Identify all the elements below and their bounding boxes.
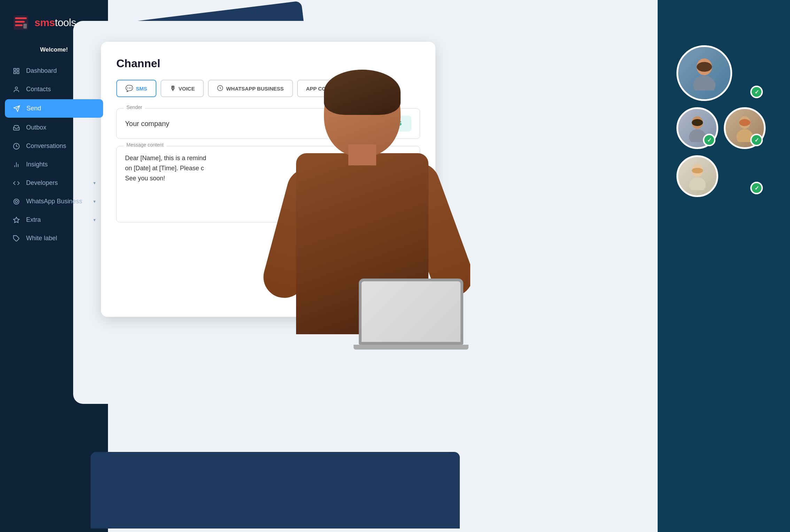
- extra-chevron: ▾: [93, 217, 96, 222]
- whatsapp-nav-icon: [12, 198, 21, 205]
- message-label: Message content: [124, 142, 166, 148]
- sidebar-item-outbox[interactable]: Outbox: [0, 118, 108, 137]
- sidebar-item-whitelabel-label: White label: [26, 235, 57, 242]
- person-hair: [324, 70, 401, 115]
- extra-icon: [12, 217, 21, 224]
- sidebar-item-developers-label: Developers: [26, 179, 58, 187]
- insights-icon: [12, 161, 21, 168]
- svg-point-22: [15, 87, 18, 89]
- avatar-4: [676, 155, 718, 197]
- svg-point-2: [697, 62, 712, 72]
- welcome-text: Welcome!: [0, 44, 108, 62]
- svg-rect-14: [15, 17, 27, 19]
- logo-area: smstools: [0, 14, 108, 44]
- contacts-icon: [12, 86, 21, 93]
- sidebar-item-send[interactable]: Send: [5, 99, 103, 118]
- avatar-4-check: ✓: [750, 182, 763, 194]
- person-illustration: [261, 70, 470, 383]
- svg-point-30: [15, 200, 18, 203]
- sidebar-item-conversations-label: Conversations: [26, 142, 66, 150]
- svg-marker-31: [14, 217, 20, 222]
- sidebar-item-whitelabel[interactable]: White label: [0, 229, 108, 248]
- whatsapp-chevron: ▾: [93, 199, 96, 204]
- avatar-1-check: ✓: [750, 86, 763, 98]
- svg-point-5: [692, 119, 703, 126]
- laptop-body: [359, 279, 463, 345]
- svg-rect-19: [17, 68, 19, 70]
- developers-chevron: ▾: [93, 180, 96, 186]
- avatar-1: [676, 45, 732, 101]
- sidebar-item-contacts-label: Contacts: [26, 86, 51, 93]
- person-neck: [348, 144, 376, 165]
- sidebar-item-whatsapp[interactable]: WhatsApp Business ▾: [0, 192, 108, 211]
- logo-icon: [12, 14, 30, 31]
- sidebar-item-developers[interactable]: Developers ▾: [0, 174, 108, 192]
- avatar-2-check: ✓: [703, 134, 715, 146]
- svg-rect-16: [15, 24, 23, 26]
- sidebar-item-insights[interactable]: Insights: [0, 155, 108, 174]
- check-icon-4: ✓: [752, 183, 761, 193]
- tab-sms[interactable]: 💬 SMS: [116, 80, 156, 97]
- avatar-1-wrapper: ✓: [676, 45, 766, 101]
- svg-rect-20: [14, 71, 16, 73]
- sidebar-item-contacts[interactable]: Contacts: [0, 80, 108, 99]
- dashboard-icon: [12, 68, 21, 75]
- sidebar-item-send-label: Send: [26, 105, 41, 112]
- whatsapp-icon: [217, 85, 223, 92]
- sidebar-item-whatsapp-label: WhatsApp Business: [26, 198, 82, 205]
- sidebar-item-dashboard[interactable]: Dashboard: [0, 62, 108, 80]
- channel-title: Channel: [116, 57, 420, 70]
- check-icon-2: ✓: [704, 135, 714, 145]
- laptop-screen: [362, 281, 460, 342]
- svg-rect-15: [15, 21, 25, 23]
- decorative-blob-bottom: [91, 452, 460, 529]
- logo-text: smstools: [34, 17, 76, 29]
- avatar-4-wrapper: ✓: [676, 155, 766, 197]
- sidebar-item-extra-label: Extra: [26, 216, 41, 224]
- developers-icon: [12, 180, 21, 187]
- sidebar-item-outbox-label: Outbox: [26, 124, 46, 131]
- laptop-base: [354, 345, 468, 350]
- sidebar-item-insights-label: Insights: [26, 161, 48, 168]
- svg-rect-17: [23, 24, 27, 29]
- svg-rect-18: [14, 68, 16, 70]
- avatar-3-wrapper: ✓: [724, 107, 766, 149]
- sender-value: Your company: [125, 120, 169, 128]
- sidebar-nav: smstools Welcome! Dashboard Contacts: [0, 0, 108, 532]
- sender-label: Sender: [124, 104, 145, 110]
- sidebar-item-extra[interactable]: Extra ▾: [0, 211, 108, 229]
- tab-voice[interactable]: 🎙 VOICE: [161, 80, 204, 97]
- check-icon-1: ✓: [752, 87, 761, 97]
- avatar-2-wrapper: ✓: [676, 107, 718, 149]
- sms-icon: 💬: [125, 85, 133, 92]
- svg-point-11: [692, 168, 703, 173]
- avatar-row-2: ✓ ✓: [676, 107, 766, 149]
- sidebar-item-conversations[interactable]: Conversations: [0, 137, 108, 155]
- avatars-right-column: ✓ ✓: [676, 45, 766, 197]
- svg-point-3: [693, 76, 715, 91]
- scene: Channel 💬 SMS 🎙 VOICE WHATSAPP BUSINESS …: [0, 0, 790, 532]
- sidebar-item-dashboard-label: Dashboard: [26, 67, 57, 75]
- person-figure: [261, 70, 463, 369]
- send-icon: [13, 105, 21, 112]
- avatar-3-check: ✓: [750, 134, 763, 146]
- conversations-icon: [12, 143, 21, 150]
- svg-rect-21: [17, 71, 19, 73]
- whitelabel-icon: [12, 235, 21, 242]
- svg-point-12: [689, 177, 706, 190]
- voice-icon: 🎙: [170, 85, 176, 92]
- svg-point-8: [739, 119, 750, 126]
- svg-point-29: [14, 199, 19, 204]
- outbox-icon: [12, 124, 21, 131]
- laptop: [359, 279, 470, 348]
- check-icon-3: ✓: [752, 135, 761, 145]
